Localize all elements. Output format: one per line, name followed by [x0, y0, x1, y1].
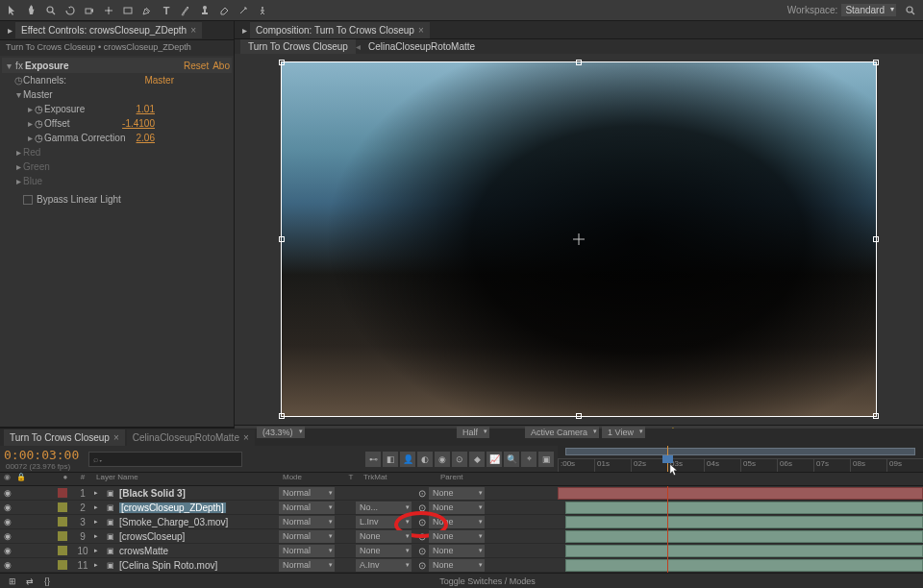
- zoom-tool-icon[interactable]: [42, 2, 60, 19]
- solo-icon[interactable]: [14, 487, 26, 499]
- layer-row[interactable]: ◉ 10 ▸ ▣ crowsMatte Normal None ⊙ None: [0, 544, 923, 558]
- visibility-icon[interactable]: ◉: [2, 487, 13, 499]
- panel-menu-icon[interactable]: ▸: [4, 22, 15, 39]
- solo-icon[interactable]: [14, 545, 26, 556]
- auto-keyframe-icon[interactable]: ◆: [469, 452, 485, 467]
- pen-tool-icon[interactable]: [138, 2, 156, 19]
- roto-tool-icon[interactable]: [235, 2, 252, 19]
- solo-icon[interactable]: [14, 530, 26, 542]
- rotate-tool-icon[interactable]: [62, 2, 79, 19]
- timeline-ruler-area[interactable]: :00s01s02s03s04s05s06s07s08s09s: [558, 446, 923, 472]
- twirl-icon[interactable]: ▸: [13, 176, 23, 186]
- toggle-switches-button[interactable]: Toggle Switches / Modes: [439, 576, 536, 586]
- playhead[interactable]: [667, 446, 668, 472]
- layer-name[interactable]: [Black Solid 3]: [119, 488, 186, 499]
- panel-menu-icon[interactable]: ▸: [238, 21, 250, 38]
- pickwhip-icon[interactable]: ⊙: [415, 488, 429, 499]
- playhead-handle-icon[interactable]: [662, 455, 673, 463]
- twirl-icon[interactable]: ▸: [94, 503, 102, 511]
- anchor-tool-icon[interactable]: [100, 2, 117, 19]
- search-icon[interactable]: 🔍: [504, 452, 519, 467]
- workspace-dropdown[interactable]: Standard: [841, 4, 896, 16]
- parent-dropdown[interactable]: None: [429, 559, 485, 572]
- offset-value[interactable]: -1.4100: [122, 118, 155, 129]
- comp-mini-flowchart-icon[interactable]: ⊷: [365, 452, 381, 467]
- text-tool-icon[interactable]: T: [158, 2, 175, 19]
- transform-handle[interactable]: [873, 413, 879, 419]
- layer-color-swatch[interactable]: [58, 531, 67, 541]
- col-num[interactable]: #: [73, 473, 92, 485]
- pickwhip-icon[interactable]: ⊙: [415, 546, 429, 556]
- add-marker-icon[interactable]: ▣: [538, 452, 554, 467]
- expand-icon[interactable]: ⊞: [4, 573, 21, 589]
- stopwatch-icon[interactable]: ◷: [35, 104, 44, 114]
- motion-blur-icon[interactable]: ◉: [435, 452, 450, 467]
- layer-duration-bar[interactable]: [565, 502, 923, 514]
- eraser-tool-icon[interactable]: [215, 2, 233, 19]
- twirl-icon[interactable]: ▸: [25, 133, 35, 143]
- layer-row[interactable]: ◉ 9 ▸ ▣ [crowsCloseup] Normal None ⊙ Non…: [0, 529, 923, 544]
- stopwatch-icon[interactable]: ◷: [35, 118, 44, 129]
- twirl-icon[interactable]: ▸: [13, 161, 23, 172]
- twirl-icon[interactable]: ▸: [94, 518, 102, 526]
- effect-reset-link[interactable]: Reset: [184, 61, 209, 71]
- layer-name[interactable]: [Smoke_Charge_03.mov]: [119, 517, 228, 527]
- stopwatch-icon[interactable]: ◷: [13, 75, 23, 86]
- puppet-tool-icon[interactable]: [254, 2, 271, 19]
- visibility-icon[interactable]: ◉: [2, 516, 13, 527]
- layer-name[interactable]: [Celina Spin Roto.mov]: [119, 560, 217, 571]
- trkmat-dropdown[interactable]: No...: [356, 502, 412, 514]
- search-help-icon[interactable]: [902, 2, 919, 19]
- brush-tool-icon[interactable]: [177, 2, 194, 19]
- layer-color-swatch[interactable]: [58, 488, 67, 498]
- lock-icon[interactable]: [27, 530, 38, 542]
- layer-timeline-area[interactable]: [558, 544, 923, 557]
- work-area-bar[interactable]: [565, 448, 915, 455]
- parent-dropdown[interactable]: None: [429, 545, 485, 557]
- twirl-icon[interactable]: ▾: [13, 89, 23, 100]
- trkmat-dropdown[interactable]: A.Inv: [356, 559, 412, 572]
- solo-icon[interactable]: [14, 516, 26, 527]
- visibility-icon[interactable]: ◉: [2, 502, 13, 513]
- transform-handle[interactable]: [279, 60, 285, 65]
- pickwhip-icon[interactable]: ⊙: [415, 502, 429, 513]
- blend-mode-dropdown[interactable]: Normal: [279, 516, 335, 528]
- comp-tab-1[interactable]: Turn To Crows Closeup: [240, 39, 356, 54]
- hide-shy-icon[interactable]: 👤: [400, 452, 415, 467]
- viewer-canvas[interactable]: [281, 61, 877, 417]
- views-dropdown[interactable]: 1 View: [602, 427, 645, 438]
- twirl-icon[interactable]: ▸: [94, 561, 102, 569]
- twirl-icon[interactable]: ▸: [25, 104, 35, 114]
- pickwhip-icon[interactable]: ⊙: [415, 560, 429, 571]
- layer-color-swatch[interactable]: [58, 502, 67, 512]
- trkmat-dropdown[interactable]: None: [356, 530, 412, 543]
- twirl-icon[interactable]: ▸: [25, 118, 35, 129]
- layer-duration-bar[interactable]: [565, 545, 923, 557]
- effect-controls-tab[interactable]: Effect Controls: crowsCloseup_ZDepth: [15, 22, 202, 38]
- layer-timeline-area[interactable]: [558, 486, 923, 500]
- col-name[interactable]: Layer Name: [92, 473, 279, 485]
- composition-viewer[interactable]: [235, 54, 923, 425]
- layer-name[interactable]: crowsMatte: [119, 546, 168, 556]
- rect-tool-icon[interactable]: [119, 2, 137, 19]
- col-trkmat[interactable]: TrkMat: [360, 473, 423, 485]
- visibility-icon[interactable]: ◉: [2, 530, 13, 542]
- twirl-icon[interactable]: ▸: [13, 147, 23, 158]
- twirl-icon[interactable]: ▸: [94, 547, 102, 554]
- layer-duration-bar[interactable]: [558, 487, 923, 500]
- lock-icon[interactable]: [27, 487, 38, 499]
- layer-row[interactable]: ◉ 1 ▸ ▣ [Black Solid 3] Normal ⊙ None: [0, 486, 923, 501]
- solo-icon[interactable]: [14, 559, 26, 571]
- anchor-point-icon[interactable]: [573, 233, 585, 245]
- col-mode[interactable]: Mode: [279, 473, 342, 485]
- fx-badge-icon[interactable]: fx: [13, 61, 25, 71]
- blend-mode-dropdown[interactable]: Normal: [279, 502, 335, 514]
- layer-color-swatch[interactable]: [58, 517, 67, 527]
- timeline-tab-2[interactable]: CelinaCloseupRotoMatte: [127, 429, 255, 446]
- brainstorm-icon[interactable]: ⊙: [452, 452, 467, 467]
- parent-dropdown[interactable]: None: [429, 502, 485, 514]
- blend-mode-dropdown[interactable]: Normal: [279, 559, 335, 572]
- gamma-value[interactable]: 2.06: [137, 133, 155, 143]
- layer-timeline-area[interactable]: [558, 515, 923, 528]
- lock-icon[interactable]: [27, 559, 38, 571]
